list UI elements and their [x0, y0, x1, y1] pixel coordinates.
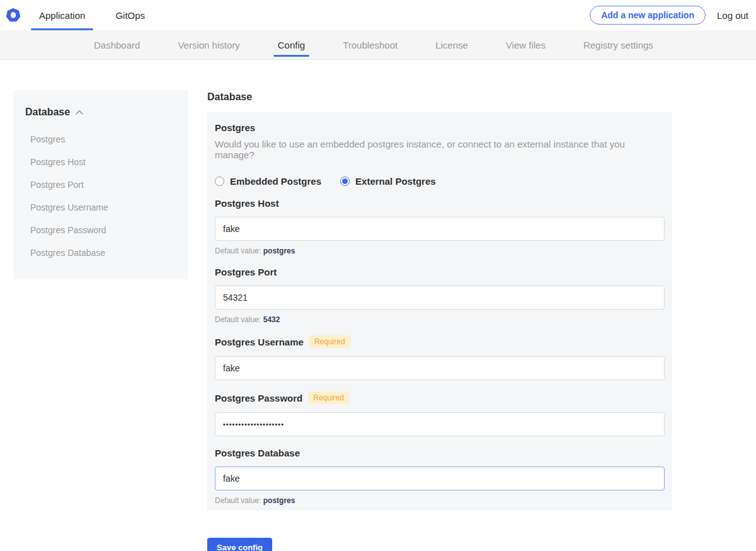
field-label-postgres-password: Postgres Password Required — [215, 392, 665, 404]
default-value-text: postgres — [263, 246, 295, 255]
add-application-button[interactable]: Add a new application — [590, 6, 706, 25]
sidebar-item-postgres-database[interactable]: Postgres Database — [25, 241, 175, 264]
default-value-hint: Default value: postgres — [215, 496, 665, 505]
field-label-text: Postgres Username — [215, 337, 304, 347]
group-help-text: Would you like to use an embedded postgr… — [215, 139, 665, 160]
chevron-up-icon — [76, 110, 83, 115]
app-subnav: Dashboard Version history Config Trouble… — [0, 30, 756, 60]
radio-external-label: External Postgres — [355, 176, 436, 187]
sidebar-group-database[interactable]: Database — [25, 107, 175, 118]
required-badge: Required — [309, 335, 350, 348]
postgres-database-input[interactable] — [215, 467, 665, 490]
sidebar-item-postgres-host[interactable]: Postgres Host — [25, 151, 175, 173]
logout-link[interactable]: Log out — [717, 10, 748, 21]
field-postgres-username: Postgres Username Required — [215, 335, 665, 380]
default-value-text: 5432 — [263, 315, 280, 324]
config-page: Database Postgres Postgres Host Postgres… — [0, 60, 756, 551]
primary-nav: Application GitOps — [31, 0, 153, 30]
field-label-text: Postgres Password — [215, 393, 302, 403]
postgres-mode-radios: Embedded Postgres External Postgres — [215, 176, 665, 187]
sidebar-item-postgres-port[interactable]: Postgres Port — [25, 173, 175, 196]
default-value-hint: Default value: 5432 — [215, 315, 665, 324]
field-label-text: Postgres Port — [215, 267, 277, 277]
required-badge: Required — [308, 392, 349, 404]
config-main: Database Postgres Would you like to use … — [207, 90, 672, 551]
tab-gitops[interactable]: GitOps — [107, 0, 153, 30]
subnav-tab-dashboard[interactable]: Dashboard — [94, 30, 140, 59]
field-postgres-password: Postgres Password Required — [215, 392, 665, 436]
app-logo-icon — [6, 8, 20, 22]
postgres-port-input[interactable] — [215, 286, 665, 310]
sidebar-item-postgres-password[interactable]: Postgres Password — [25, 219, 175, 241]
top-app-bar: Application GitOps Add a new application… — [0, 0, 756, 30]
subnav-tab-view-files[interactable]: View files — [506, 30, 546, 59]
subnav-tab-license[interactable]: License — [435, 30, 468, 59]
subnav-tab-version-history[interactable]: Version history — [178, 30, 239, 59]
field-postgres-database: Postgres Database Default value: postgre… — [215, 448, 665, 505]
default-value-hint: Default value: postgres — [215, 246, 665, 255]
tab-application[interactable]: Application — [31, 0, 93, 30]
subnav-tab-registry-settings[interactable]: Registry settings — [583, 30, 653, 59]
postgres-password-input[interactable] — [215, 412, 665, 436]
subnav-tab-troubleshoot[interactable]: Troubleshoot — [343, 30, 398, 59]
save-config-button[interactable]: Save config — [207, 538, 272, 551]
radio-circle-selected-icon — [340, 177, 350, 186]
subnav-tab-config[interactable]: Config — [278, 30, 305, 59]
group-title-postgres: Postgres — [215, 122, 665, 133]
postgres-host-input[interactable] — [215, 217, 665, 241]
sidebar-item-postgres-username[interactable]: Postgres Username — [25, 196, 175, 219]
radio-embedded-label: Embedded Postgres — [230, 176, 321, 187]
radio-circle-icon — [215, 177, 224, 186]
topbar-actions: Add a new application Log out — [590, 6, 756, 25]
sidebar-group-label: Database — [25, 107, 70, 118]
radio-embedded-postgres[interactable]: Embedded Postgres — [215, 176, 321, 187]
default-label-text: Default value: — [215, 315, 261, 324]
database-config-panel: Postgres Would you like to use an embedd… — [207, 112, 672, 510]
tab-application-label: Application — [39, 10, 85, 21]
field-label-postgres-host: Postgres Host — [215, 198, 665, 209]
field-postgres-port: Postgres Port Default value: 5432 — [215, 267, 665, 324]
tab-gitops-label: GitOps — [115, 10, 145, 21]
field-postgres-host: Postgres Host Default value: postgres — [215, 198, 665, 255]
default-label-text: Default value: — [215, 246, 261, 255]
field-label-text: Postgres Host — [215, 198, 279, 209]
radio-external-postgres[interactable]: External Postgres — [340, 176, 436, 187]
field-label-postgres-username: Postgres Username Required — [215, 335, 665, 348]
postgres-username-input[interactable] — [215, 356, 665, 380]
field-label-text: Postgres Database — [215, 448, 300, 458]
config-sidebar: Database Postgres Postgres Host Postgres… — [14, 90, 188, 279]
section-heading-database: Database — [207, 91, 672, 103]
default-value-text: postgres — [263, 496, 295, 505]
sidebar-item-postgres[interactable]: Postgres — [25, 128, 175, 151]
field-label-postgres-port: Postgres Port — [215, 267, 665, 277]
default-label-text: Default value: — [215, 496, 261, 505]
field-label-postgres-database: Postgres Database — [215, 448, 665, 458]
